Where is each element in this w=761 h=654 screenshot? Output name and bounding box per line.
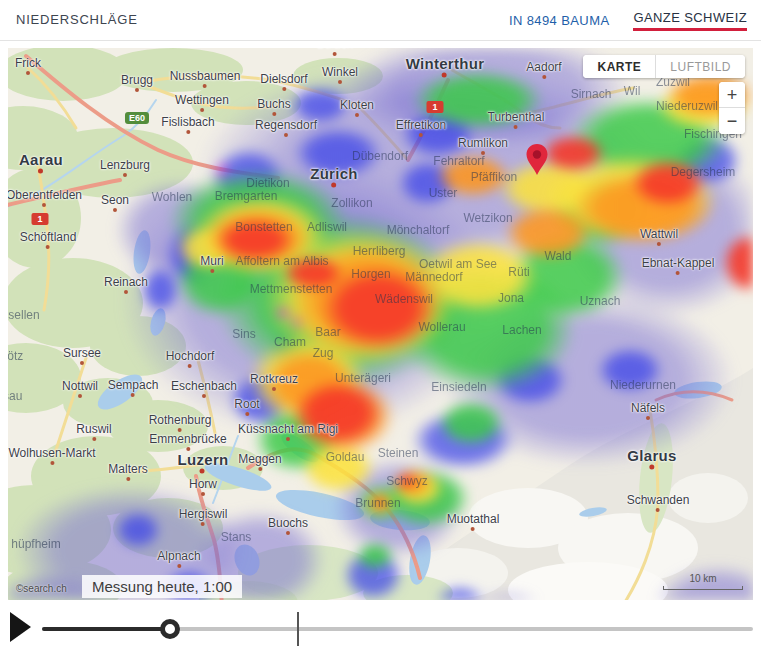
- timeline-progress: [42, 627, 170, 631]
- timeline-bar: [0, 600, 761, 654]
- measurement-time-label: Messung heute, 1:00: [82, 575, 242, 598]
- timeline-track[interactable]: [42, 627, 753, 631]
- precipitation-map[interactable]: AarauWinterthurZürichLuzernGlarusFrickBr…: [8, 48, 753, 600]
- tab-ganze-schweiz[interactable]: GANZE SCHWEIZ: [633, 10, 747, 31]
- luftbild-button[interactable]: LUFTBILD: [656, 55, 745, 78]
- basemap-layer: [8, 48, 753, 600]
- panel-header: NIEDERSCHLÄGE IN 8494 BAUMA GANZE SCHWEI…: [0, 0, 761, 41]
- map-attribution: ©search.ch: [16, 583, 67, 594]
- location-pin-icon: [526, 144, 548, 176]
- zoom-out-button[interactable]: −: [719, 108, 745, 134]
- map-type-toggle: KARTE LUFTBILD: [583, 55, 745, 78]
- header-tabs: IN 8494 BAUMA GANZE SCHWEIZ: [509, 0, 747, 40]
- timeline-tick-marker: [297, 612, 299, 646]
- page-title: NIEDERSCHLÄGE: [16, 0, 138, 40]
- karte-button[interactable]: KARTE: [583, 55, 656, 78]
- scale-bar: 10 km: [663, 568, 743, 590]
- timeline-handle[interactable]: [160, 619, 180, 639]
- tab-location-bauma[interactable]: IN 8494 BAUMA: [509, 13, 610, 28]
- scale-line: [663, 586, 743, 590]
- zoom-in-button[interactable]: +: [719, 82, 745, 108]
- play-button[interactable]: [10, 612, 31, 642]
- zoom-controls: + −: [719, 82, 745, 134]
- scale-label: 10 km: [689, 573, 716, 584]
